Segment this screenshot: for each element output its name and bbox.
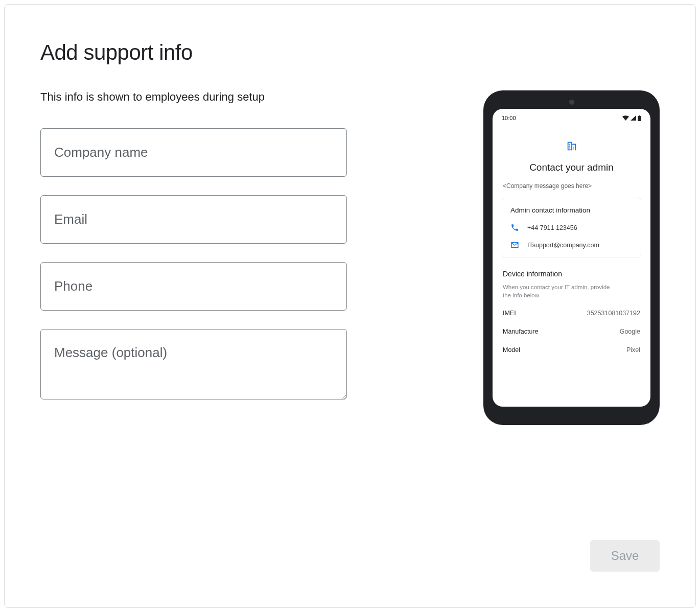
email-input[interactable]	[40, 195, 347, 244]
imei-label: IMEI	[503, 310, 516, 317]
company-name-input[interactable]	[40, 128, 347, 177]
device-info-title: Device information	[502, 270, 641, 278]
phone-input[interactable]	[40, 262, 347, 311]
admin-phone-row: +44 7911 123456	[510, 223, 633, 232]
device-imei-row: IMEI 352531081037192	[502, 310, 641, 317]
model-value: Pixel	[626, 346, 640, 354]
statusbar-time: 10:00	[502, 115, 516, 121]
imei-value: 352531081037192	[587, 310, 640, 317]
phone-heading: Contact your admin	[502, 162, 641, 173]
phone-preview-column: 10:00 Contact your admin	[483, 90, 660, 425]
company-message-placeholder: <Company message goes here>	[502, 182, 641, 190]
admin-email-text: ITsupport@company.com	[527, 242, 599, 249]
device-manufacture-row: Manufacture Google	[502, 328, 641, 335]
phone-camera-icon	[569, 100, 574, 105]
admin-phone-text: +44 7911 123456	[527, 224, 577, 231]
admin-email-row: ITsupport@company.com	[510, 241, 633, 250]
signal-icon	[631, 115, 636, 121]
device-info-subtitle: When you contact your IT admin, provide …	[502, 283, 614, 299]
wifi-icon	[622, 115, 629, 121]
phone-icon	[510, 223, 520, 232]
phone-statusbar: 10:00	[500, 115, 643, 124]
device-model-row: Model Pixel	[502, 346, 641, 354]
model-label: Model	[503, 346, 520, 354]
message-textarea[interactable]	[40, 329, 347, 399]
building-icon	[566, 140, 577, 154]
content-row: This info is shown to employees during s…	[40, 90, 660, 425]
statusbar-icons	[622, 115, 641, 121]
manufacture-label: Manufacture	[503, 328, 538, 335]
page-title: Add support info	[40, 40, 660, 65]
support-info-card: Add support info This info is shown to e…	[4, 4, 696, 608]
form-column: This info is shown to employees during s…	[40, 90, 347, 402]
phone-heading-wrap: Contact your admin	[502, 140, 641, 173]
manufacture-value: Google	[620, 328, 640, 335]
admin-contact-card: Admin contact information +44 7911 12345…	[502, 198, 641, 257]
save-button[interactable]: Save	[590, 540, 660, 572]
admin-contact-title: Admin contact information	[510, 206, 633, 214]
phone-screen: 10:00 Contact your admin	[493, 109, 650, 407]
svg-rect-1	[639, 115, 640, 116]
svg-rect-0	[638, 116, 641, 121]
phone-content: Contact your admin <Company message goes…	[500, 124, 643, 354]
battery-icon	[638, 115, 641, 121]
phone-frame: 10:00 Contact your admin	[483, 90, 660, 425]
mail-icon	[510, 241, 520, 250]
page-subtitle: This info is shown to employees during s…	[40, 90, 347, 104]
